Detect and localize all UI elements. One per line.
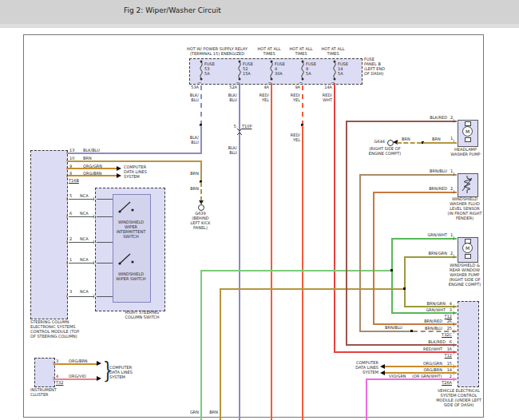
wire-nca [97,263,113,263]
ground-location: (RIGHT SIDE OF ENGINE COMPT) [368,147,402,157]
diagram-page-border [23,34,484,418]
connector-label: T16B [69,179,79,184]
level-sensor-icon [462,176,473,193]
wire-label: RED/ YEL [287,133,300,143]
switch-icon [117,252,137,266]
wire-grn [200,270,392,271]
wire-label: BRN/BLU [417,169,447,174]
column-switch-caption: RIGHT STEERING COLUMN SWITCH [117,311,167,320]
pin-number: 1 [450,169,453,174]
fuse-label: FUSE5215A [243,62,253,77]
pin-number: 25 [442,327,452,331]
wire-label: BLK/ BLU [224,93,237,103]
wire-label: BRN/RED [417,187,447,192]
wire-label: ORG/VIO [69,374,86,379]
pin-number: 4 [446,302,452,307]
pin-number: 2 [450,187,453,192]
wire-nca [97,216,113,217]
motor-icon: M [462,126,473,137]
pin-connector-icon [66,214,68,219]
motor-brush-icon [465,254,471,259]
intermittent-switch-label: WINDSHIELD WIPER INTERMITTENT SWITCH [113,220,149,240]
wire-nca [97,296,113,297]
wire-nca [69,242,94,243]
pin-connector-icon [453,118,454,123]
pin-connector-icon [93,294,94,299]
wire-label: BRN/GRN [415,302,446,307]
wire-label: BLK/BLU [83,149,100,153]
pin-connector-icon [93,240,94,244]
wire-label: RED/ YEL [287,93,300,103]
wire-brn [200,160,202,182]
splice-dot [403,287,406,290]
header-hot-at-all-times: HOT AT ALL TIMES [256,47,283,57]
inline-connector-icon [236,128,243,136]
wire-label: BLK/ BLU [186,136,199,145]
wire-label: NCA [80,290,89,295]
wire-label: GRN [187,410,199,415]
pin-number: 2 [69,237,72,242]
pin-connector-icon [93,214,94,219]
wire-grn [200,270,202,420]
wire-brn [397,142,422,144]
motor-brush-icon [465,137,471,142]
pin-number: 3 [446,308,452,313]
steering-module-caption: STEERING COLUMN ELECTRONIC SYSTEMS CONTR… [30,320,81,339]
wire-label: RED/WHT [412,347,442,352]
computer-data-lines-label: COMPUTER DATA LINES SYSTEM [109,366,138,380]
wire-vio-grn [366,378,367,420]
wire-label: GRN/WHT [415,308,446,313]
fuse-pin-id: 52A [225,85,237,90]
computer-data-lines-label: COMPUTER DATA LINES SYSTEM [351,361,378,375]
pin-connector-icon [66,260,68,265]
wire-red-yel [271,83,272,420]
fuse-pin-id: 4A [257,85,269,90]
pin-connector-icon [453,236,454,240]
wire-label: NCA [80,258,89,263]
wire-org-brn [68,175,117,176]
wire-label: BRN [206,410,218,415]
pin-connector-icon [453,350,454,355]
headlamp-pump-caption: HEADLAMP WASHER PUMP [447,148,484,157]
wire-label: BRN [432,137,441,142]
wire-label: BLK/ BLU [186,93,199,103]
title-bar-edge [0,24,519,28]
vecm-box [458,301,479,387]
wire-grn-wht [391,238,457,240]
figure-title: Fig 2: Wiper/Washer Circuit [124,6,363,15]
computer-data-lines-label: COMPUTER DATA LINES SYSTEM [124,165,153,180]
pin-connector-icon [197,82,202,84]
wire-nca [69,263,94,263]
data-line-arrow-icon [380,370,385,375]
pin-number: 26 [442,319,452,324]
wire-label: BRN/GRN [417,252,447,256]
wire-vio-grn [366,378,457,380]
pin-number: 16 [442,347,452,352]
wire-label: RED/ YEL [256,93,269,103]
connector-label: T12 [441,354,452,359]
data-line-arrow-icon [97,376,101,381]
pin-number: 2 [450,116,453,121]
fuse-pin-id: 53A [187,85,199,90]
wire-label: NCA [80,237,89,242]
pin-number: 3 [69,290,72,295]
wire-label: BRN/BLU [385,326,402,331]
instrument-cluster-caption: INSTRUMENT CLUSTER [30,388,65,398]
level-sensor-caption: WINDSHIELD WASHER FLUID LEVEL SENSOR (IN… [446,197,483,220]
wire-label: NCA [80,194,89,199]
fuse-label: FUSE145A [338,62,348,77]
wire-label: BRN/BLU [412,327,442,331]
wire-label: BRN [188,187,199,192]
wiper-switch-label: WINDSHIELD WIPER SWITCH [113,272,149,282]
wire-nca [97,199,113,200]
fuse-pin-id: 9A [288,85,300,90]
wire-brn [220,288,221,420]
wire-brn-blu [359,174,457,176]
switch-icon [117,200,137,214]
connector-pin: 5 [227,125,236,129]
pin-connector-icon [66,196,68,201]
wire-org-grn [385,366,457,367]
fuse-label: FUSE535A [204,62,215,77]
wire-brn [220,288,406,290]
wire-red-yel [302,85,303,125]
